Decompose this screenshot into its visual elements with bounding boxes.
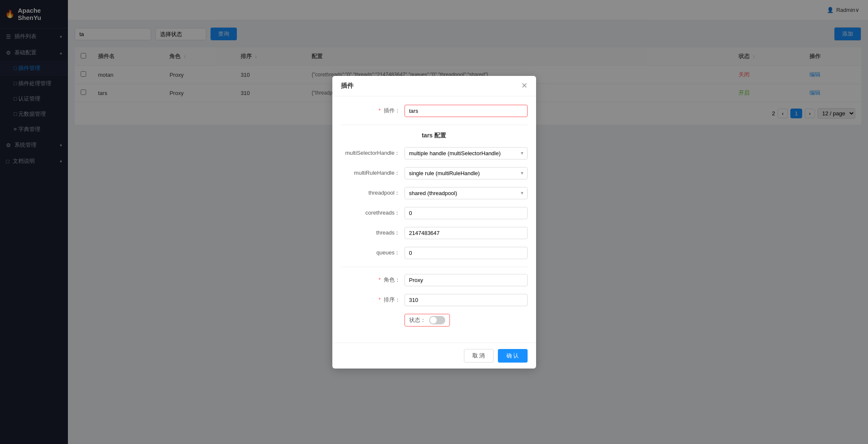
modal-dialog: 插件 ✕ * 插件： tars 配置 xyxy=(332,76,536,369)
threadpool-label: threadpool： xyxy=(341,189,405,197)
multi-selector-handle-row: multiSelectorHandle： multiple handle (mu… xyxy=(341,147,528,159)
queues-input[interactable] xyxy=(405,247,528,259)
order-label: * 排序： xyxy=(341,296,405,304)
multi-selector-handle-wrapper: multiple handle (multiSelectorHandle) si… xyxy=(405,147,528,159)
modal-footer: 取 消 确 认 xyxy=(332,343,536,369)
multi-selector-handle-label: multiSelectorHandle： xyxy=(341,149,405,157)
status-toggle[interactable] xyxy=(429,316,445,324)
required-star-order: * xyxy=(379,296,381,303)
confirm-button[interactable]: 确 认 xyxy=(498,349,528,363)
section-divider xyxy=(341,125,528,125)
status-toggle-wrapper: 状态： xyxy=(405,314,450,327)
multi-rule-handle-wrapper: single rule (multiRuleHandle) multiple r… xyxy=(405,167,528,179)
modal-close-button[interactable]: ✕ xyxy=(521,82,528,89)
order-input[interactable] xyxy=(405,294,528,306)
cancel-button[interactable]: 取 消 xyxy=(464,349,494,363)
modal-title: 插件 xyxy=(341,82,354,90)
plugin-name-row: * 插件： xyxy=(341,105,528,117)
modal-body: * 插件： tars 配置 multiSelectorHandle： multi… xyxy=(332,96,536,343)
corethreads-label: corethreads： xyxy=(341,209,405,217)
modal-overlay: 插件 ✕ * 插件： tars 配置 xyxy=(68,20,868,444)
queues-label: queues： xyxy=(341,249,405,257)
multi-rule-handle-select[interactable]: single rule (multiRuleHandle) multiple r… xyxy=(405,167,528,179)
queues-row: queues： xyxy=(341,247,528,259)
required-star-role: * xyxy=(379,276,381,283)
threadpool-wrapper: shared (threadpool) fixed (threadpool) e… xyxy=(405,187,528,199)
order-row: * 排序： xyxy=(341,294,528,306)
plugin-name-label: * 插件： xyxy=(341,107,405,114)
multi-selector-handle-select[interactable]: multiple handle (multiSelectorHandle) si… xyxy=(405,147,528,159)
required-star: * xyxy=(379,107,381,114)
modal-header: 插件 ✕ xyxy=(332,76,536,96)
corethreads-input[interactable] xyxy=(405,207,528,219)
status-text-label: 状态： xyxy=(409,316,426,324)
section-divider-2 xyxy=(341,267,528,267)
content: 选择状态 开启 关闭 查询 添加 插件名 角色 ↕ 排序 ↕ 配 xyxy=(68,20,868,444)
threadpool-select[interactable]: shared (threadpool) fixed (threadpool) e… xyxy=(405,187,528,199)
multi-rule-handle-row: multiRuleHandle： single rule (multiRuleH… xyxy=(341,167,528,179)
threads-row: threads： xyxy=(341,227,528,239)
role-label: * 角色： xyxy=(341,276,405,284)
multi-rule-handle-label: multiRuleHandle： xyxy=(341,169,405,177)
section-title: tars 配置 xyxy=(341,132,528,140)
threads-input[interactable] xyxy=(405,227,528,239)
threadpool-row: threadpool： shared (threadpool) fixed (t… xyxy=(341,187,528,199)
threads-label: threads： xyxy=(341,229,405,237)
main: 👤 Radmin∨ 选择状态 开启 关闭 查询 添加 xyxy=(68,0,868,444)
role-row: * 角色： xyxy=(341,274,528,286)
status-row: 状态： xyxy=(341,314,528,327)
plugin-name-input[interactable] xyxy=(405,105,528,117)
toggle-slider xyxy=(429,316,445,324)
role-input[interactable] xyxy=(405,274,528,286)
corethreads-row: corethreads： xyxy=(341,207,528,219)
